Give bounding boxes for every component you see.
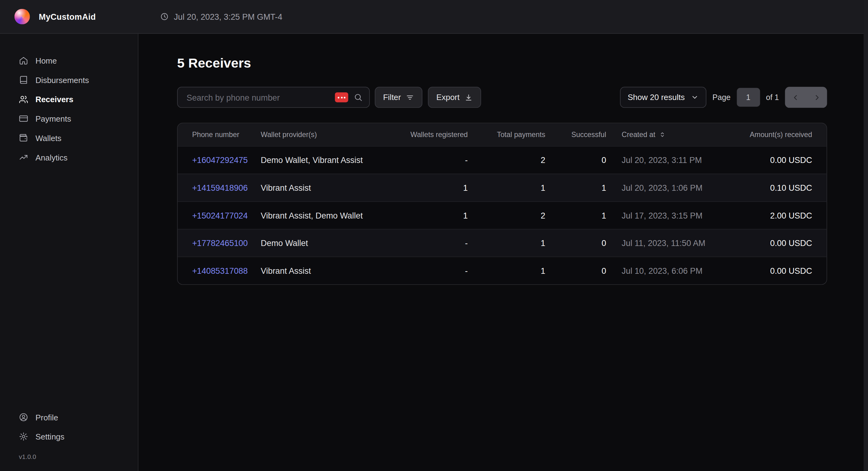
profile-icon (19, 412, 28, 422)
sidebar-item-label: Home (35, 56, 57, 65)
export-button-label: Export (436, 93, 460, 102)
pagination-controls: Show 20 results Page of 1 (620, 87, 827, 108)
table-header-row: Phone number Wallet provider(s) Wallets … (178, 124, 827, 146)
disbursements-icon (19, 75, 28, 85)
sidebar-item-settings[interactable]: Settings (0, 427, 138, 446)
table-row: +17782465100 Demo Wallet - 1 0 Jul 11, 2… (178, 229, 827, 257)
phone-link[interactable]: +16047292475 (192, 155, 248, 165)
column-header-phone-number: Phone number (178, 131, 261, 139)
search-icon[interactable] (354, 93, 363, 102)
wallets-registered-cell: - (394, 155, 468, 165)
created-at-cell: Jul 17, 2023, 3:15 PM (606, 211, 743, 220)
wallet-providers-cell: Vibrant Assist, Demo Wallet (261, 211, 394, 220)
sidebar-footer: Profile Settings v1.0.0 (0, 407, 138, 460)
phone-link[interactable]: +15024177024 (192, 211, 248, 220)
clock-icon (160, 12, 169, 21)
phone-link[interactable]: +14085317088 (192, 266, 248, 275)
column-header-wallets-registered: Wallets registered (394, 131, 468, 139)
table-row: +16047292475 Demo Wallet, Vibrant Assist… (178, 146, 827, 174)
wallets-icon (19, 133, 28, 143)
column-header-successful: Successful (546, 131, 606, 139)
created-at-cell: Jul 11, 2023, 11:50 AM (606, 238, 743, 247)
scrollbar[interactable] (864, 0, 868, 471)
column-header-total-payments: Total payments (468, 131, 546, 139)
sort-icon (658, 131, 665, 138)
created-at-cell: Jul 20, 2023, 1:06 PM (606, 183, 743, 192)
download-icon (464, 93, 473, 102)
sidebar-item-receivers[interactable]: Receivers (0, 90, 138, 109)
wallet-providers-cell: Demo Wallet, Vibrant Assist (261, 155, 394, 165)
receivers-table: Phone number Wallet provider(s) Wallets … (177, 123, 827, 285)
sidebar-item-label: Analytics (35, 153, 68, 162)
filter-button-label: Filter (383, 93, 401, 102)
sidebar-item-home[interactable]: Home (0, 51, 138, 70)
sidebar: Home Disbursements Receivers Payments Wa… (0, 34, 138, 471)
sidebar-item-payments[interactable]: Payments (0, 109, 138, 128)
sidebar-nav: Home Disbursements Receivers Payments Wa… (0, 34, 138, 167)
created-at-header-label: Created at (622, 131, 655, 139)
phone-link[interactable]: +17782465100 (192, 238, 248, 247)
app-version: v1.0.0 (0, 453, 138, 460)
app-name: MyCustomAid (39, 12, 96, 21)
filter-button[interactable]: Filter (375, 87, 423, 108)
topbar: MyCustomAid Jul 20, 2023, 3:25 PM GMT-4 (0, 0, 868, 34)
wallets-registered-cell: 1 (394, 211, 468, 220)
sidebar-item-label: Profile (35, 413, 58, 422)
amount-cell: 0.10 USDC (742, 183, 826, 192)
amount-cell: 0.00 USDC (742, 266, 826, 275)
wallets-registered-cell: - (394, 238, 468, 247)
analytics-icon (19, 153, 28, 162)
successful-cell: 0 (546, 266, 606, 275)
wallet-providers-cell: Vibrant Assist (261, 183, 394, 192)
page-of-label: of 1 (766, 93, 779, 102)
chevron-down-icon (691, 94, 699, 101)
search-input[interactable] (185, 92, 335, 102)
sidebar-item-label: Disbursements (35, 76, 89, 85)
chevron-left-icon (792, 93, 800, 102)
show-results-label: Show 20 results (628, 93, 685, 102)
previous-page-button[interactable] (785, 87, 806, 108)
page-label: Page (713, 93, 731, 102)
amount-cell: 0.00 USDC (742, 238, 826, 247)
main-content: 5 Receivers Filter Export (139, 34, 868, 471)
phone-link[interactable]: +14159418906 (192, 183, 248, 192)
app-logo (14, 9, 30, 24)
successful-cell: 1 (546, 183, 606, 192)
sidebar-item-label: Wallets (35, 134, 61, 143)
page-title: 5 Receivers (177, 55, 827, 71)
total-payments-cell: 1 (468, 183, 546, 192)
column-header-wallet-providers: Wallet provider(s) (261, 131, 394, 139)
sidebar-item-analytics[interactable]: Analytics (0, 147, 138, 167)
settings-icon (19, 432, 28, 441)
successful-cell: 0 (546, 238, 606, 247)
amount-cell: 2.00 USDC (742, 211, 826, 220)
total-payments-cell: 2 (468, 155, 546, 165)
pager (785, 87, 827, 108)
next-page-button[interactable] (806, 87, 827, 108)
chevron-right-icon (812, 93, 821, 102)
payments-icon (19, 114, 28, 123)
page-number-input[interactable] (737, 88, 760, 107)
amount-cell: 0.00 USDC (742, 155, 826, 165)
table-body: +16047292475 Demo Wallet, Vibrant Assist… (178, 146, 827, 284)
table-row: +14085317088 Vibrant Assist - 1 0 Jul 10… (178, 257, 827, 284)
created-at-cell: Jul 20, 2023, 3:11 PM (606, 155, 743, 165)
created-at-cell: Jul 10, 2023, 6:06 PM (606, 266, 743, 275)
sidebar-item-disbursements[interactable]: Disbursements (0, 70, 138, 90)
wallets-registered-cell: 1 (394, 183, 468, 192)
table-row: +15024177024 Vibrant Assist, Demo Wallet… (178, 201, 827, 229)
successful-cell: 0 (546, 155, 606, 165)
app-window: MyCustomAid Jul 20, 2023, 3:25 PM GMT-4 … (0, 0, 868, 471)
sidebar-item-profile[interactable]: Profile (0, 407, 138, 427)
successful-cell: 1 (546, 211, 606, 220)
export-button[interactable]: Export (428, 87, 481, 108)
show-results-dropdown[interactable]: Show 20 results (620, 87, 706, 108)
timestamp-text: Jul 20, 2023, 3:25 PM GMT-4 (174, 12, 282, 21)
sidebar-item-wallets[interactable]: Wallets (0, 128, 138, 148)
column-header-created-at[interactable]: Created at (606, 131, 743, 139)
controls-row: Filter Export Show 20 results Page of 1 (177, 87, 827, 108)
wallets-registered-cell: - (394, 266, 468, 275)
sidebar-item-label: Settings (35, 432, 65, 441)
red-dots-badge-icon[interactable] (335, 92, 348, 102)
receivers-icon (19, 95, 28, 104)
